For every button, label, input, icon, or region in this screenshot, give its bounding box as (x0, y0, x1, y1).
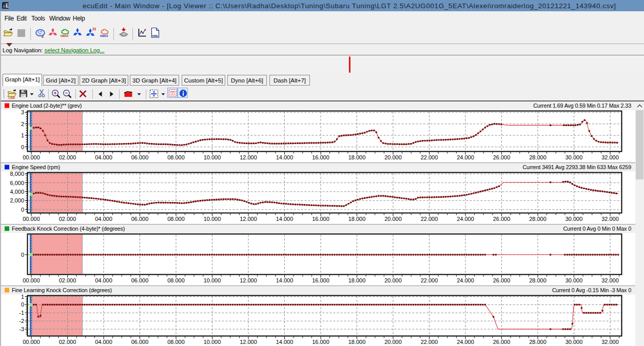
svg-text:18.000: 18.000 (348, 277, 366, 283)
svg-text:06.000: 06.000 (131, 277, 149, 283)
svg-text:06.000: 06.000 (131, 216, 149, 222)
svg-text:28.000: 28.000 (529, 277, 547, 283)
svg-text:26.000: 26.000 (493, 277, 511, 283)
svg-text:-3: -3 (19, 326, 24, 332)
svg-text:32.000: 32.000 (601, 277, 619, 283)
svg-text:LOG: LOG (9, 96, 15, 99)
svg-text:12.000: 12.000 (240, 339, 257, 345)
svg-text:Current 0 Avg -0.15 Min -3 Max: Current 0 Avg -0.15 Min -3 Max 0 (552, 287, 631, 293)
svg-text:Feedback Knock Correction (4-b: Feedback Knock Correction (4-byte)* (deg… (12, 226, 125, 232)
svg-text:30.000: 30.000 (565, 154, 583, 160)
svg-text:00.000: 00.000 (23, 339, 40, 345)
svg-text:23: 23 (92, 27, 96, 31)
svg-text:02.000: 02.000 (59, 339, 76, 345)
svg-text:30.000: 30.000 (565, 339, 583, 345)
svg-text:Fine Learning Knock Correction: Fine Learning Knock Correction (degrees) (12, 287, 112, 293)
svg-text:00.000: 00.000 (23, 277, 40, 283)
svg-text:32.000: 32.000 (601, 154, 619, 160)
svg-text:02.000: 02.000 (59, 277, 76, 283)
svg-text:6,000: 6,000 (10, 180, 24, 186)
svg-text:02.000: 02.000 (59, 216, 76, 222)
svg-text:08.000: 08.000 (167, 339, 185, 345)
svg-text:3: 3 (21, 109, 24, 115)
svg-text:28.000: 28.000 (529, 339, 547, 345)
svg-text:12.000: 12.000 (240, 216, 257, 222)
svg-text:OBD2: OBD2 (100, 34, 108, 37)
svg-text:30.000: 30.000 (565, 216, 583, 222)
svg-text:4,000: 4,000 (10, 189, 24, 195)
svg-text:32.000: 32.000 (601, 339, 619, 345)
svg-text:08.000: 08.000 (167, 216, 185, 222)
svg-text:18.000: 18.000 (348, 154, 366, 160)
svg-text:14.000: 14.000 (276, 339, 294, 345)
svg-text:08.000: 08.000 (167, 277, 185, 283)
svg-text:20.000: 20.000 (384, 277, 402, 283)
svg-text:02.000: 02.000 (59, 154, 76, 160)
svg-text:22.000: 22.000 (421, 277, 438, 283)
svg-text:Current 3491 Avg 2293.38 Min 6: Current 3491 Avg 2293.38 Min 633 Max 625… (522, 164, 631, 170)
svg-text:8,000: 8,000 (10, 171, 24, 177)
svg-text:00.000: 00.000 (23, 216, 40, 222)
svg-text:06.000: 06.000 (131, 339, 149, 345)
svg-text:24.000: 24.000 (457, 216, 474, 222)
svg-text:Engine Speed (rpm): Engine Speed (rpm) (12, 164, 60, 170)
svg-text:26.000: 26.000 (493, 154, 511, 160)
svg-text:18.000: 18.000 (348, 216, 366, 222)
svg-text:04.000: 04.000 (95, 339, 112, 345)
svg-text:Current 0 Avg 0 Min 0 Max 0: Current 0 Avg 0 Min 0 Max 0 (563, 226, 631, 232)
svg-text:XML: XML (152, 34, 159, 37)
svg-text:18.000: 18.000 (348, 339, 366, 345)
svg-text:20.000: 20.000 (384, 339, 402, 345)
svg-text:16.000: 16.000 (312, 216, 329, 222)
svg-text:Engine Load (2-byte)** (grev): Engine Load (2-byte)** (grev) (12, 103, 82, 109)
svg-text:20.000: 20.000 (384, 154, 402, 160)
svg-text:14.000: 14.000 (276, 154, 294, 160)
svg-text:04.000: 04.000 (95, 154, 112, 160)
svg-text:10.000: 10.000 (204, 154, 221, 160)
svg-text:28.000: 28.000 (529, 216, 547, 222)
svg-text:0: 0 (21, 252, 24, 258)
svg-text:1: 1 (21, 132, 24, 138)
svg-text:-1: -1 (19, 310, 24, 316)
svg-text:26.000: 26.000 (493, 339, 511, 345)
svg-text:22.000: 22.000 (421, 339, 438, 345)
svg-text:04.000: 04.000 (95, 216, 112, 222)
svg-text:2: 2 (21, 121, 24, 127)
svg-text:06.000: 06.000 (131, 154, 149, 160)
svg-text:2,000: 2,000 (10, 197, 24, 203)
svg-text:08.000: 08.000 (167, 154, 185, 160)
svg-text:22.000: 22.000 (421, 154, 438, 160)
svg-text:0: 0 (21, 144, 24, 150)
svg-text:10.000: 10.000 (204, 277, 221, 283)
svg-text:0: 0 (21, 207, 24, 213)
svg-text:II: II (42, 35, 44, 38)
svg-text:24.000: 24.000 (457, 277, 474, 283)
svg-text:24.000: 24.000 (457, 339, 474, 345)
svg-text:10.000: 10.000 (204, 339, 221, 345)
svg-text:14.000: 14.000 (276, 216, 294, 222)
svg-text:24.000: 24.000 (457, 154, 474, 160)
svg-text:OBD2: OBD2 (61, 34, 69, 37)
svg-text:16.000: 16.000 (312, 339, 329, 345)
svg-text:16.000: 16.000 (312, 277, 329, 283)
svg-text:Current 1.69 Avg 0.59 Min 0.17: Current 1.69 Avg 0.59 Min 0.17 Max 2.33 (533, 103, 631, 109)
svg-text:00.000: 00.000 (23, 154, 40, 160)
svg-text:30.000: 30.000 (565, 277, 583, 283)
svg-text:14.000: 14.000 (276, 277, 294, 283)
svg-text:10.000: 10.000 (204, 216, 221, 222)
svg-text:12.000: 12.000 (240, 154, 257, 160)
svg-text:32.000: 32.000 (601, 216, 619, 222)
svg-text:1: 1 (21, 294, 24, 300)
svg-text:04.000: 04.000 (95, 277, 112, 283)
svg-text:26.000: 26.000 (493, 216, 511, 222)
svg-text:12.000: 12.000 (240, 277, 257, 283)
svg-text:-2: -2 (19, 318, 24, 324)
svg-text:28.000: 28.000 (529, 154, 547, 160)
svg-text:16.000: 16.000 (312, 154, 329, 160)
svg-text:0: 0 (21, 301, 24, 308)
svg-text:22.000: 22.000 (421, 216, 438, 222)
svg-text:20.000: 20.000 (384, 216, 402, 222)
